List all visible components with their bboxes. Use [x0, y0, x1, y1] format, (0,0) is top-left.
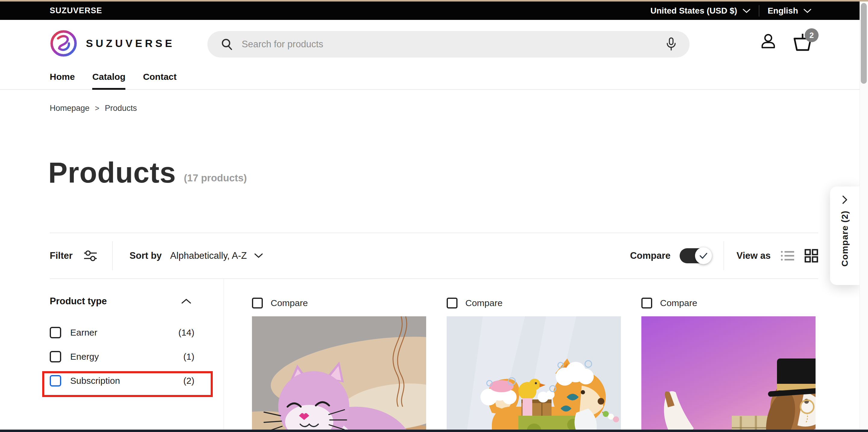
- filter-button[interactable]: Filter: [50, 250, 97, 262]
- compare-checkbox[interactable]: [641, 298, 652, 308]
- announcement-brand: SUZUVERSE: [50, 6, 102, 15]
- compare-drawer-tab[interactable]: Compare (2): [830, 187, 860, 285]
- product-card: Compare: [641, 298, 815, 432]
- filter-option-subscription[interactable]: Subscription (2): [50, 369, 194, 393]
- sort-dropdown[interactable]: Sort by Alphabetically, A-Z: [130, 250, 263, 261]
- site-header: SUZUVERSE 2: [0, 20, 860, 68]
- chevron-right-icon: [842, 195, 848, 205]
- product-image-detective-dog[interactable]: [641, 316, 815, 432]
- search-input[interactable]: [242, 39, 666, 50]
- divider: [113, 241, 113, 270]
- list-view-icon[interactable]: [780, 250, 795, 262]
- breadcrumb: Homepage > Products: [50, 104, 137, 113]
- product-count: (17 products): [184, 172, 247, 189]
- account-icon[interactable]: [760, 33, 777, 50]
- filter-sliders-icon: [84, 250, 97, 262]
- card-compare-control[interactable]: Compare: [252, 298, 426, 308]
- compare-drawer-label: Compare (2): [840, 210, 850, 267]
- language-selector[interactable]: English: [768, 6, 811, 16]
- product-image-pink-cat[interactable]: [252, 316, 426, 432]
- energy-checkbox[interactable]: [50, 351, 61, 362]
- region-selector[interactable]: United States (USD $): [650, 6, 750, 16]
- card-compare-control[interactable]: Compare: [447, 298, 621, 308]
- subscription-checkbox[interactable]: [50, 375, 61, 387]
- bottom-edge-strip: [0, 430, 868, 432]
- search-bar[interactable]: [207, 31, 689, 58]
- product-type-section-header[interactable]: Product type: [50, 296, 194, 307]
- breadcrumb-separator: >: [95, 104, 99, 113]
- nav-item-contact[interactable]: Contact: [143, 68, 177, 90]
- page-scrollbar[interactable]: [860, 0, 868, 432]
- catalog-toolbar: Filter Sort by Alphabetically, A-Z Compa…: [50, 233, 818, 279]
- chevron-down-icon: [743, 8, 750, 13]
- compare-toggle-label: Compare: [630, 250, 670, 261]
- filter-option-energy[interactable]: Energy (1): [50, 345, 194, 369]
- page-title: Products: [48, 156, 176, 189]
- toggle-knob: [695, 247, 712, 264]
- grid-view-icon[interactable]: [804, 249, 818, 263]
- logo-wordmark: SUZUVERSE: [86, 37, 175, 49]
- filter-option-earner[interactable]: Earner (14): [50, 321, 194, 345]
- announcement-bar: SUZUVERSE United States (USD $) English: [0, 1, 860, 20]
- breadcrumb-home-link[interactable]: Homepage: [50, 104, 90, 113]
- chevron-up-icon: [181, 298, 191, 304]
- main-nav: Home Catalog Contact: [0, 68, 860, 90]
- product-card: Compare: [252, 298, 426, 432]
- cart-button[interactable]: 2: [793, 33, 812, 53]
- logo-icon: [50, 30, 78, 57]
- compare-checkbox[interactable]: [447, 298, 458, 308]
- chevron-down-icon: [254, 253, 263, 259]
- sidebar-divider: [224, 279, 224, 432]
- product-type-title: Product type: [50, 296, 107, 307]
- region-label: United States (USD $): [650, 6, 737, 16]
- language-label: English: [768, 6, 798, 16]
- scrollbar-thumb[interactable]: [861, 3, 867, 84]
- chevron-down-icon: [804, 8, 811, 13]
- nav-item-home[interactable]: Home: [50, 68, 75, 90]
- cart-count-badge: 2: [805, 28, 818, 42]
- sort-label: Sort by: [130, 250, 162, 261]
- product-card: Compare: [447, 298, 621, 432]
- divider: [759, 5, 759, 16]
- search-icon: [221, 38, 233, 51]
- filter-sidebar: Product type Earner (14) Energy (1) Subs…: [50, 296, 194, 393]
- top-accent-strip: [0, 0, 868, 1]
- logo[interactable]: SUZUVERSE: [50, 30, 175, 57]
- compare-checkbox[interactable]: [252, 298, 263, 308]
- product-image-shiba-bath[interactable]: [447, 316, 621, 432]
- compare-toggle[interactable]: [680, 248, 711, 263]
- nav-item-catalog[interactable]: Catalog: [92, 68, 125, 90]
- view-as-label: View as: [737, 250, 771, 261]
- card-compare-control[interactable]: Compare: [641, 298, 815, 308]
- breadcrumb-current: Products: [105, 104, 137, 113]
- check-icon: [699, 252, 708, 259]
- filter-label: Filter: [50, 250, 73, 261]
- earner-checkbox[interactable]: [50, 327, 61, 338]
- mic-icon[interactable]: [666, 37, 676, 51]
- sort-value: Alphabetically, A-Z: [170, 250, 247, 261]
